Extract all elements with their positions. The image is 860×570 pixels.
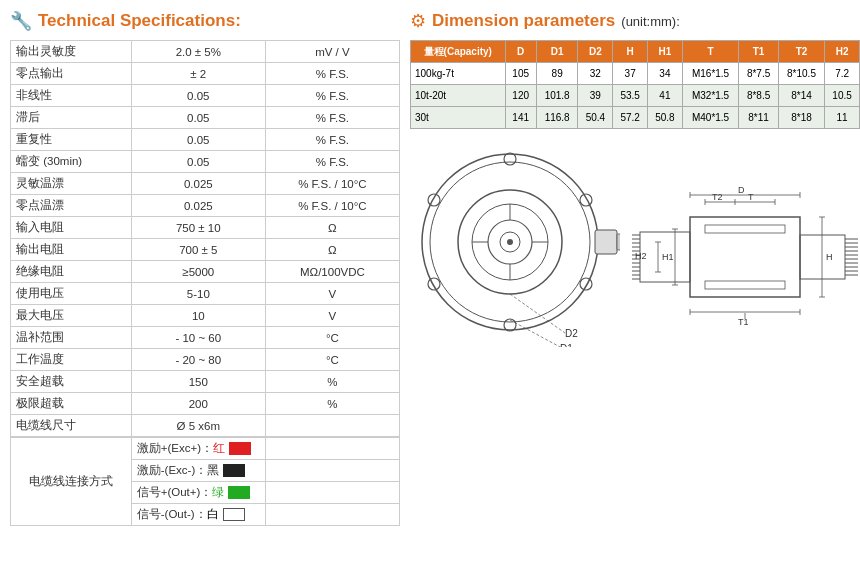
spec-value: ± 2 xyxy=(131,63,265,85)
spec-unit: MΩ/100VDC xyxy=(265,261,399,283)
spec-name: 灵敏温漂 xyxy=(11,173,132,195)
spec-value: 200 xyxy=(131,393,265,415)
svg-text:T1: T1 xyxy=(738,317,749,327)
spec-name: 温补范围 xyxy=(11,327,132,349)
dim-title-row: ⚙ Dimension parameters (unit:mm): xyxy=(410,10,860,32)
spec-name: 电缆线尺寸 xyxy=(11,415,132,437)
spec-unit: V xyxy=(265,305,399,327)
spec-row: 电缆线尺寸 Ø 5 x6m xyxy=(11,415,400,437)
spec-name: 零点温漂 xyxy=(11,195,132,217)
svg-line-20 xyxy=(510,294,565,333)
crosssection-diagram: T2 T D H2 H1 xyxy=(630,157,860,347)
dim-cell: 8*14 xyxy=(778,85,824,107)
wire-row: 电缆线连接方式 激励+(Exc+)：红 xyxy=(11,438,400,460)
dim-cell: 100kg-7t xyxy=(411,63,506,85)
spec-unit: °C xyxy=(265,327,399,349)
spec-row: 输入电阻 750 ± 10 Ω xyxy=(11,217,400,239)
spec-name: 零点输出 xyxy=(11,63,132,85)
dim-cell: 7.2 xyxy=(825,63,860,85)
spec-unit: % F.S. xyxy=(265,129,399,151)
svg-point-2 xyxy=(504,153,516,165)
color-swatch xyxy=(229,442,251,455)
spec-value: 0.05 xyxy=(131,129,265,151)
dim-unit-label: (unit:mm): xyxy=(621,14,680,29)
svg-text:H2: H2 xyxy=(635,251,647,261)
spec-name: 重复性 xyxy=(11,129,132,151)
dim-cell: 101.8 xyxy=(536,85,578,107)
dim-cell: M16*1.5 xyxy=(682,63,739,85)
spec-unit: % xyxy=(265,393,399,415)
spec-row: 非线性 0.05 % F.S. xyxy=(11,85,400,107)
wrench-icon: 🔧 xyxy=(10,10,32,32)
svg-text:T2: T2 xyxy=(712,192,723,202)
svg-point-12 xyxy=(507,239,513,245)
dim-cell: 30t xyxy=(411,107,506,129)
spec-row: 工作温度 - 20 ~ 80 °C xyxy=(11,349,400,371)
dim-header: D xyxy=(505,41,536,63)
spec-value: 0.025 xyxy=(131,173,265,195)
dim-cell: 8*7.5 xyxy=(739,63,779,85)
spec-value: 0.025 xyxy=(131,195,265,217)
dim-cell: 116.8 xyxy=(536,107,578,129)
dim-cell: 50.4 xyxy=(578,107,613,129)
spec-name: 非线性 xyxy=(11,85,132,107)
wire-desc: 信号+(Out+)：绿 xyxy=(131,482,265,504)
svg-text:D2: D2 xyxy=(565,328,578,339)
gear-icon: ⚙ xyxy=(410,10,426,32)
color-swatch xyxy=(228,486,250,499)
spec-unit: % xyxy=(265,371,399,393)
page: 🔧 Technical Specifications: 输出灵敏度 2.0 ± … xyxy=(0,0,860,531)
wire-desc: 信号-(Out-)：白 xyxy=(131,504,265,526)
spec-row: 安全超载 150 % xyxy=(11,371,400,393)
svg-rect-17 xyxy=(595,230,617,254)
spec-unit: Ω xyxy=(265,239,399,261)
spec-unit: °C xyxy=(265,349,399,371)
spec-value: 0.05 xyxy=(131,151,265,173)
svg-rect-37 xyxy=(800,235,845,279)
spec-unit: V xyxy=(265,283,399,305)
spec-name: 极限超载 xyxy=(11,393,132,415)
spec-name: 最大电压 xyxy=(11,305,132,327)
tech-spec-label: Technical Specifications: xyxy=(38,11,241,31)
spec-row: 滞后 0.05 % F.S. xyxy=(11,107,400,129)
spec-name: 滞后 xyxy=(11,107,132,129)
dim-header: D1 xyxy=(536,41,578,63)
spec-row: 最大电压 10 V xyxy=(11,305,400,327)
dim-header: T xyxy=(682,41,739,63)
spec-unit: Ω xyxy=(265,217,399,239)
dim-row: 10t-20t120101.83953.541M32*1.58*8.58*141… xyxy=(411,85,860,107)
dim-title-label: Dimension parameters xyxy=(432,11,615,31)
dim-cell: 120 xyxy=(505,85,536,107)
spec-name: 工作温度 xyxy=(11,349,132,371)
wire-desc: 激励-(Exc-)：黑 xyxy=(131,460,265,482)
spec-row: 温补范围 - 10 ~ 60 °C xyxy=(11,327,400,349)
spec-value: 2.0 ± 5% xyxy=(131,41,265,63)
dim-cell: 32 xyxy=(578,63,613,85)
spec-row: 输出电阻 700 ± 5 Ω xyxy=(11,239,400,261)
spec-value: Ø 5 x6m xyxy=(131,415,265,437)
dim-cell: 8*11 xyxy=(739,107,779,129)
spec-value: 150 xyxy=(131,371,265,393)
spec-value: 700 ± 5 xyxy=(131,239,265,261)
spec-name: 输入电阻 xyxy=(11,217,132,239)
wiring-label: 电缆线连接方式 xyxy=(11,438,132,526)
spec-unit xyxy=(265,415,399,437)
dim-cell: M32*1.5 xyxy=(682,85,739,107)
dim-cell: 50.8 xyxy=(648,107,683,129)
dim-cell: 41 xyxy=(648,85,683,107)
tech-spec-title: 🔧 Technical Specifications: xyxy=(10,10,400,32)
spec-value: 0.05 xyxy=(131,85,265,107)
left-column: 🔧 Technical Specifications: 输出灵敏度 2.0 ± … xyxy=(10,10,400,526)
spec-unit: % F.S. xyxy=(265,85,399,107)
wire-unit xyxy=(265,482,399,504)
spec-name: 安全超载 xyxy=(11,371,132,393)
spec-name: 蠕变 (30min) xyxy=(11,151,132,173)
spec-value: - 20 ~ 80 xyxy=(131,349,265,371)
svg-rect-18 xyxy=(617,234,620,250)
spec-row: 蠕变 (30min) 0.05 % F.S. xyxy=(11,151,400,173)
dim-cell: 11 xyxy=(825,107,860,129)
dim-cell: 8*18 xyxy=(778,107,824,129)
spec-name: 使用电压 xyxy=(11,283,132,305)
spec-unit: % F.S. xyxy=(265,63,399,85)
spec-value: 750 ± 10 xyxy=(131,217,265,239)
